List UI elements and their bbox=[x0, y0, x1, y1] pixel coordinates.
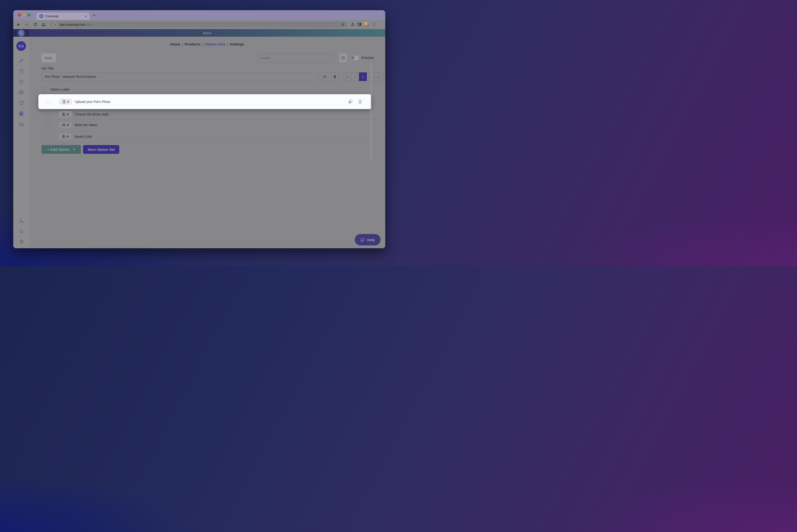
help-button[interactable]: Help bbox=[355, 234, 380, 245]
pagination-last[interactable]: » bbox=[375, 72, 382, 81]
tab-favicon: C bbox=[39, 14, 43, 18]
home-icon[interactable] bbox=[41, 22, 46, 27]
search-input[interactable] bbox=[257, 54, 334, 62]
sidebar-item-logout-door-icon[interactable] bbox=[19, 239, 24, 244]
url-text: app.customily.com/store bbox=[60, 23, 93, 26]
required-star: * bbox=[108, 112, 110, 116]
page-size-select[interactable]: 20 bbox=[320, 72, 339, 81]
side-panel-icon[interactable] bbox=[357, 22, 362, 27]
new-tab-button[interactable]: + bbox=[93, 13, 95, 18]
option-row-highlighted[interactable]: 1 Upload your Pet's Photo bbox=[38, 94, 371, 109]
set-title-label: Set Title bbox=[41, 66, 54, 70]
customily-logo-icon: C bbox=[18, 30, 25, 36]
option-type-badge: AB 3 bbox=[59, 122, 72, 128]
browser-menu-icon[interactable] bbox=[372, 22, 377, 27]
pagination: « ‹ 1 › » bbox=[343, 72, 383, 81]
app-header-title: Store bbox=[29, 29, 385, 37]
table-header-label: Option Label bbox=[50, 88, 70, 91]
image-upload-icon bbox=[62, 100, 66, 103]
row-checkbox[interactable] bbox=[46, 112, 50, 116]
nav-link-products[interactable]: Products bbox=[185, 42, 201, 46]
browser-profile-avatar[interactable] bbox=[363, 21, 369, 27]
option-label: Name Color bbox=[75, 135, 92, 138]
row-checkbox[interactable] bbox=[46, 123, 50, 127]
app-logo[interactable]: C bbox=[13, 29, 29, 37]
sidebar-item-products-file-icon[interactable] bbox=[19, 69, 24, 74]
nav-link-settings[interactable]: Settings bbox=[230, 42, 244, 46]
pagination-current-page[interactable]: 1 bbox=[359, 72, 367, 81]
browser-tab[interactable]: C Customily × bbox=[36, 13, 90, 20]
option-type-badge: 2 bbox=[59, 111, 72, 117]
toggle-knob bbox=[351, 56, 355, 60]
option-type-badge: 1 bbox=[59, 99, 72, 105]
back-icon[interactable] bbox=[16, 22, 21, 27]
sidebar-item-account-settings-icon[interactable] bbox=[19, 218, 24, 224]
scrollbar[interactable] bbox=[371, 63, 372, 162]
table-header-row: Option Label bbox=[41, 86, 380, 93]
tab-title: Customily bbox=[45, 15, 82, 18]
sidebar-item-support-help-icon[interactable]: ? bbox=[19, 229, 24, 234]
downloads-icon[interactable] bbox=[350, 22, 355, 27]
save-option-set-button[interactable]: Save Option Set bbox=[83, 145, 119, 154]
add-option-button[interactable]: + Add Option bbox=[41, 145, 81, 154]
sidebar-item-design-studio-monitor-icon[interactable] bbox=[19, 90, 24, 95]
sidebar-item-store-icon[interactable] bbox=[19, 111, 24, 116]
sidebar-item-launch-rocket-icon[interactable] bbox=[19, 58, 24, 63]
nav-link-home[interactable]: Home bbox=[170, 42, 180, 46]
url-bar[interactable]: app.customily.com/store bbox=[50, 21, 347, 28]
option-label: Upload your Pet's Photo bbox=[75, 100, 111, 104]
option-row[interactable]: 2 Choose the photo style* bbox=[41, 109, 380, 119]
row-checkbox[interactable] bbox=[46, 100, 50, 103]
option-label: Choose the photo style* bbox=[75, 112, 110, 116]
close-window-button[interactable] bbox=[18, 14, 21, 17]
close-tab-icon[interactable]: × bbox=[85, 15, 87, 18]
top-nav: Home|Products|Option Sets|Settings bbox=[29, 42, 385, 46]
color-swatch-icon bbox=[62, 135, 65, 138]
svg-text:AB: AB bbox=[63, 124, 65, 126]
preview-toggle[interactable] bbox=[350, 55, 359, 60]
main-content: Home|Products|Option Sets|Settings Back … bbox=[29, 37, 385, 248]
desktop: { "browser": { "tab_title": "Customily",… bbox=[0, 0, 398, 266]
sidebar: CU ? bbox=[13, 37, 29, 248]
text-input-icon: AB bbox=[62, 123, 65, 127]
browser-window: C Customily × + app.customily.com/store bbox=[13, 10, 385, 248]
option-row[interactable]: AB 3 Write the Name bbox=[41, 120, 380, 130]
reload-icon[interactable] bbox=[33, 22, 38, 27]
pagination-first[interactable]: « bbox=[343, 72, 351, 81]
dropdown-caret-icon bbox=[73, 149, 75, 150]
duplicate-icon[interactable] bbox=[348, 99, 353, 104]
select-all-checkbox[interactable] bbox=[41, 88, 45, 91]
tab-strip: C Customily × + bbox=[13, 10, 385, 20]
nav-link-option-sets[interactable]: Option Sets bbox=[205, 42, 226, 46]
list-icon bbox=[341, 56, 345, 60]
set-title-input[interactable] bbox=[41, 72, 316, 81]
option-number: 3 bbox=[67, 123, 69, 127]
chat-bubble-icon bbox=[360, 238, 365, 242]
option-row[interactable]: 4 Name Color bbox=[41, 131, 380, 141]
preview-label: Preview bbox=[361, 56, 374, 60]
sidebar-item-apparel-tshirt-icon[interactable] bbox=[19, 79, 24, 84]
app-header-bar: C Store bbox=[13, 29, 385, 37]
select-arrows-icon bbox=[334, 75, 336, 78]
back-button[interactable]: Back bbox=[41, 54, 56, 62]
bookmark-star-icon[interactable] bbox=[341, 22, 345, 27]
delete-trash-icon[interactable] bbox=[358, 99, 363, 104]
help-label: Help bbox=[367, 238, 375, 242]
account-avatar[interactable]: CU bbox=[16, 41, 26, 51]
minimize-window-button[interactable] bbox=[23, 14, 26, 17]
sidebar-item-catalog-book-icon[interactable] bbox=[19, 100, 24, 106]
pagination-prev[interactable]: ‹ bbox=[351, 72, 359, 81]
page-size-value: 20 bbox=[323, 75, 326, 79]
maximize-window-button[interactable] bbox=[27, 14, 31, 17]
list-view-button[interactable] bbox=[339, 54, 347, 62]
svg-text:?: ? bbox=[20, 230, 22, 232]
option-number: 2 bbox=[67, 112, 69, 116]
option-label: Write the Name bbox=[75, 123, 97, 127]
option-type-badge: 4 bbox=[59, 133, 72, 140]
site-settings-icon[interactable] bbox=[53, 22, 58, 27]
sidebar-item-inbox-icon[interactable] bbox=[19, 122, 24, 127]
forward-icon[interactable] bbox=[24, 22, 29, 27]
row-checkbox[interactable] bbox=[46, 135, 50, 138]
color-swatch-icon bbox=[62, 112, 65, 116]
option-number: 1 bbox=[67, 100, 69, 103]
